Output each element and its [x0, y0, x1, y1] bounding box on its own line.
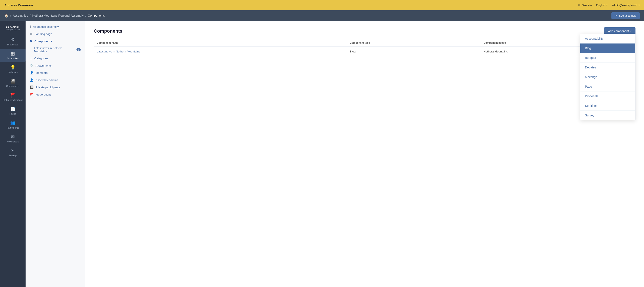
breadcrumb-assembly[interactable]: Nethera Mountains Regional Assembly — [32, 14, 84, 17]
chevron-down-icon: ▾ — [630, 30, 632, 33]
eye-icon: 👁 — [578, 4, 581, 7]
eye-icon-btn: 👁 — [615, 14, 618, 17]
sub-sidebar-item-categories[interactable]: ◇ Categories — [26, 55, 85, 62]
logo: ■■ decidim the open source — [0, 23, 26, 34]
breadcrumb-current: Components — [88, 14, 105, 17]
sub-sidebar-item-attachments[interactable]: 📎 Attachments — [26, 62, 85, 69]
assembly-admins-icon: 👤 — [30, 78, 34, 82]
sub-sidebar-item-members[interactable]: 👤 Members — [26, 69, 85, 76]
settings-icon: ✂ — [11, 148, 15, 153]
dropdown-item-meetings[interactable]: Meetings — [580, 72, 635, 82]
page-title: Components — [94, 28, 122, 34]
left-sidebar: ■■ decidim the open source ⚙ Processes ▦… — [0, 21, 26, 287]
content-area: Components Add component ▾ Component nam… — [85, 21, 644, 287]
assemblies-icon: ▦ — [11, 51, 15, 56]
content-inner: Components Add component ▾ Component nam… — [85, 21, 644, 63]
component-link[interactable]: Latest news in Nethera Mountains — [97, 50, 140, 53]
dropdown-item-page[interactable]: Page — [580, 82, 635, 92]
initiatives-icon: 💡 — [10, 65, 16, 70]
sidebar-item-pages[interactable]: 📄 Pages — [0, 104, 26, 117]
col-header-name: Component name — [94, 39, 347, 47]
dropdown-item-sortitions[interactable]: Sortitions — [580, 101, 635, 111]
org-title: Annares Commons — [4, 4, 34, 7]
sidebar-item-participants[interactable]: 👥 Participants — [0, 118, 26, 131]
sub-sidebar-item-about[interactable]: ℹ About this assembly — [26, 23, 85, 30]
processes-icon: ⚙ — [11, 37, 15, 42]
landing-icon: ▦ — [30, 32, 32, 36]
breadcrumb-bar: 🏠 / Assemblies / Nethera Mountains Regio… — [0, 10, 644, 21]
dropdown-item-accountability[interactable]: Accountability — [580, 34, 635, 44]
home-link[interactable]: 🏠 — [4, 14, 8, 18]
sidebar-item-settings[interactable]: ✂ Settings — [0, 146, 26, 159]
sidebar-item-processes[interactable]: ⚙ Processes — [0, 35, 26, 48]
sidebar-item-conferences[interactable]: 🎬 Conferences — [0, 77, 26, 90]
sub-sidebar-item-components[interactable]: ✕ Components — [26, 38, 85, 45]
global-moderations-icon: 🚩 — [10, 93, 16, 98]
content-header: Components Add component ▾ — [94, 27, 636, 35]
components-table: Component name Component type Component … — [94, 39, 636, 56]
sidebar-item-initiatives[interactable]: 💡 Initiatives — [0, 63, 26, 76]
sub-sidebar-item-private-participants[interactable]: 🔲 Private participants — [26, 84, 85, 91]
sep-2: / — [30, 14, 30, 17]
top-bar-actions: 👁 See site English admin@example.org — [578, 4, 640, 7]
dropdown-item-debates[interactable]: Debates — [580, 63, 635, 72]
latest-news-badge: 6 — [76, 48, 81, 51]
breadcrumb-assemblies[interactable]: Assemblies — [13, 14, 28, 17]
sub-sidebar-child-latest-news[interactable]: Latest news in Nethera Mountains 6 — [26, 45, 85, 55]
sub-sidebar: ℹ About this assembly ▦ Landing page ✕ C… — [26, 21, 85, 287]
private-participants-icon: 🔲 — [30, 86, 34, 89]
language-selector[interactable]: English — [596, 4, 608, 7]
sidebar-item-assemblies[interactable]: ▦ Assemblies — [0, 49, 26, 62]
components-icon: ✕ — [30, 40, 32, 43]
sidebar-item-newsletters[interactable]: ✉ Newsletters — [0, 132, 26, 145]
col-header-type: Component type — [347, 39, 480, 47]
admin-menu[interactable]: admin@example.org — [612, 4, 640, 7]
table-row: Latest news in Nethera Mountains Blog Ne… — [94, 47, 636, 56]
dropdown-item-survey[interactable]: Survey — [580, 111, 635, 120]
sep-3: / — [86, 14, 86, 17]
conferences-icon: 🎬 — [10, 79, 16, 84]
attachments-icon: 📎 — [30, 64, 34, 67]
pages-icon: 📄 — [10, 106, 16, 112]
dropdown-item-proposals[interactable]: Proposals — [580, 92, 635, 101]
sub-sidebar-item-landing[interactable]: ▦ Landing page — [26, 30, 85, 38]
about-icon: ℹ — [30, 25, 31, 28]
main-layout: ■■ decidim the open source ⚙ Processes ▦… — [0, 21, 644, 287]
cell-type: Blog — [347, 47, 480, 56]
sidebar-item-global-moderations[interactable]: 🚩 Global moderations — [0, 90, 26, 103]
moderations-icon: 🚩 — [30, 93, 34, 96]
see-site-link[interactable]: 👁 See site — [578, 4, 592, 7]
cell-name: Latest news in Nethera Mountains — [94, 47, 347, 56]
participants-icon: 👥 — [10, 120, 16, 125]
breadcrumb: 🏠 / Assemblies / Nethera Mountains Regio… — [4, 14, 105, 18]
sub-sidebar-item-moderations[interactable]: 🚩 Moderations — [26, 91, 85, 98]
add-component-dropdown: AccountabilityBlogBudgetsDebatesMeetings… — [580, 34, 636, 120]
top-bar: Annares Commons 👁 See site English admin… — [0, 0, 644, 10]
dropdown-item-budgets[interactable]: Budgets — [580, 53, 635, 63]
members-icon: 👤 — [30, 71, 34, 74]
sep-1: / — [10, 14, 11, 17]
sub-sidebar-item-assembly-admins[interactable]: 👤 Assembly admins — [26, 76, 85, 84]
dropdown-item-blog[interactable]: Blog — [580, 44, 635, 53]
categories-icon: ◇ — [30, 57, 32, 60]
newsletters-icon: ✉ — [11, 134, 15, 139]
see-assembly-button[interactable]: 👁 See assembly — [612, 12, 640, 19]
